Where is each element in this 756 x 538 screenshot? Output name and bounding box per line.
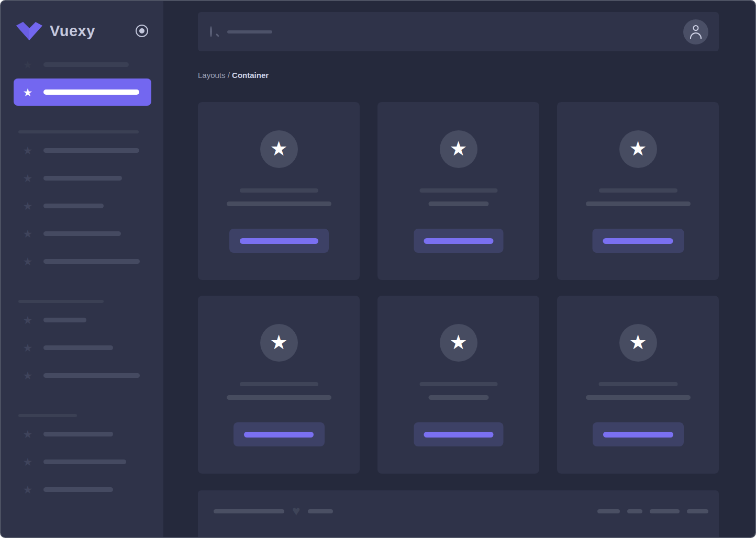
card-title-placeholder-bar — [240, 382, 318, 386]
nav-section-header-bar — [18, 414, 77, 417]
card-action-button[interactable] — [593, 422, 684, 446]
card-title-placeholder-bar — [598, 382, 677, 386]
star-icon: ★ — [629, 332, 647, 352]
button-label-placeholder-bar — [424, 238, 493, 244]
sidebar-item[interactable]: ★ — [14, 220, 151, 248]
star-icon: ★ — [21, 228, 34, 239]
main-content: Layouts / Container ★ ★ ★ — [163, 1, 755, 537]
sidebar-item[interactable]: ★ — [14, 137, 151, 164]
star-icon: ★ — [21, 145, 34, 156]
nav-section-header-bar — [18, 300, 104, 303]
skeleton-card: ★ — [557, 102, 719, 280]
card-subtitle-placeholder-bar — [586, 201, 691, 206]
star-icon: ★ — [21, 200, 34, 211]
nav-item-placeholder-bar — [43, 231, 121, 236]
heart-icon: ♥ — [292, 504, 300, 518]
skeleton-card: ★ — [377, 296, 539, 474]
button-label-placeholder-bar — [603, 238, 673, 244]
sidebar-pin-toggle-icon[interactable] — [136, 25, 148, 37]
sidebar-logo-row: Vuexy — [1, 1, 163, 61]
breadcrumb-parent-link[interactable]: Layouts — [198, 71, 226, 80]
nav-item-placeholder-bar — [43, 259, 140, 264]
vuexy-logo-icon — [16, 21, 43, 41]
sidebar-item[interactable]: ★ — [14, 362, 151, 389]
card-action-button[interactable] — [414, 229, 503, 253]
card-avatar-circle: ★ — [440, 324, 477, 362]
breadcrumb-separator: / — [226, 71, 232, 80]
button-label-placeholder-bar — [240, 238, 318, 244]
search-placeholder-bar — [227, 30, 272, 33]
footer-placeholder-bar — [214, 509, 284, 513]
nav-item-placeholder-bar — [43, 487, 113, 492]
user-avatar-button[interactable] — [683, 19, 708, 44]
app-window: Vuexy ★★★★★★★★★★★★★ Layouts / Container … — [0, 0, 756, 538]
card-grid: ★ ★ ★ ★ — [198, 102, 719, 474]
sidebar-item[interactable]: ★ — [14, 164, 151, 192]
app-title: Vuexy — [50, 23, 95, 40]
sidebar-item[interactable]: ★ — [14, 306, 151, 334]
card-title-placeholder-bar — [599, 188, 677, 193]
card-title-placeholder-bar — [419, 382, 497, 386]
star-icon: ★ — [629, 139, 647, 159]
footer: ♥ — [198, 490, 719, 538]
card-avatar-circle: ★ — [619, 130, 657, 168]
card-action-button[interactable] — [592, 229, 684, 253]
search-icon — [210, 27, 219, 36]
card-avatar-circle: ★ — [619, 324, 657, 362]
button-label-placeholder-bar — [424, 432, 493, 438]
star-icon: ★ — [21, 256, 34, 267]
card-subtitle-placeholder-bar — [428, 201, 488, 206]
nav-item-placeholder-bar — [43, 373, 140, 378]
nav-item-placeholder-bar — [43, 459, 126, 464]
star-icon: ★ — [449, 139, 467, 159]
sidebar-item-active[interactable]: ★ — [14, 79, 151, 106]
star-icon: ★ — [270, 332, 287, 352]
sidebar: Vuexy ★★★★★★★★★★★★★ — [1, 1, 163, 537]
card-title-placeholder-bar — [240, 188, 318, 193]
sidebar-item[interactable]: ★ — [14, 192, 151, 220]
sidebar-item[interactable]: ★ — [14, 476, 151, 503]
sidebar-item[interactable]: ★ — [14, 448, 151, 476]
nav-item-placeholder-bar — [43, 176, 122, 181]
nav-item-placeholder-bar — [43, 148, 139, 153]
star-icon: ★ — [21, 315, 34, 326]
footer-placeholder-bar — [687, 509, 708, 513]
search-bar[interactable] — [198, 12, 719, 51]
footer-placeholder-bar — [308, 509, 333, 513]
nav-section-header-bar — [18, 130, 139, 133]
star-icon: ★ — [21, 370, 34, 381]
card-subtitle-placeholder-bar — [586, 395, 691, 400]
sidebar-item[interactable]: ★ — [14, 334, 151, 362]
star-icon: ★ — [21, 173, 34, 184]
card-subtitle-placeholder-bar — [428, 395, 488, 400]
nav-item-placeholder-bar — [43, 89, 139, 95]
pin-toggle-dot — [139, 28, 144, 33]
button-label-placeholder-bar — [603, 432, 673, 438]
skeleton-card: ★ — [377, 102, 539, 280]
star-icon: ★ — [21, 456, 34, 467]
sidebar-item[interactable]: ★ — [14, 420, 151, 448]
footer-placeholder-bar — [627, 509, 642, 513]
footer-right-group — [597, 505, 708, 518]
skeleton-card: ★ — [557, 296, 719, 474]
card-action-button[interactable] — [229, 229, 329, 253]
card-avatar-circle: ★ — [260, 324, 298, 362]
card-action-button[interactable] — [234, 422, 325, 446]
star-icon: ★ — [21, 484, 34, 495]
nav-item-placeholder-bar — [43, 318, 86, 322]
card-action-button[interactable] — [414, 422, 503, 446]
star-icon: ★ — [21, 429, 34, 440]
person-icon — [689, 25, 703, 39]
nav-item-placeholder-bar — [43, 345, 113, 350]
nav-item-placeholder-bar — [43, 432, 113, 436]
breadcrumb: Layouts / Container — [198, 70, 719, 81]
card-subtitle-placeholder-bar — [227, 395, 331, 400]
sidebar-item[interactable]: ★ — [14, 248, 151, 275]
breadcrumb-current: Container — [232, 71, 269, 80]
card-avatar-circle: ★ — [260, 130, 298, 168]
footer-placeholder-bar — [597, 509, 620, 513]
nav-item-placeholder-bar — [43, 204, 104, 208]
nav-item-placeholder-bar — [43, 62, 129, 67]
button-label-placeholder-bar — [244, 432, 314, 438]
skeleton-card: ★ — [198, 102, 360, 280]
